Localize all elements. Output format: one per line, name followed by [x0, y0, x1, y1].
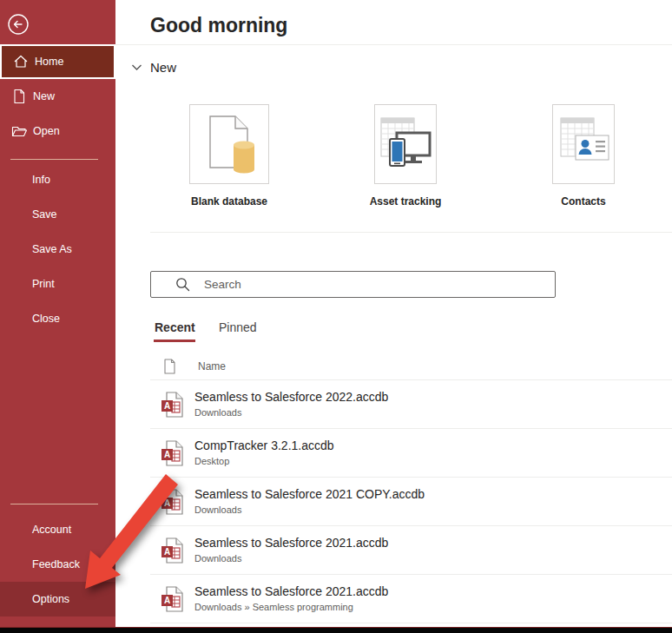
file-name: Seamless to Salesforce 2021.accdb — [194, 584, 388, 598]
document-icon — [163, 359, 176, 374]
new-section-label: New — [150, 60, 176, 75]
sidebar-item-home[interactable]: Home — [0, 44, 115, 79]
access-file-icon: A — [161, 440, 184, 466]
sidebar-item-feedback[interactable]: Feedback — [0, 547, 115, 582]
sidebar-item-new[interactable]: New — [0, 79, 115, 114]
svg-text:A: A — [164, 547, 170, 557]
home-icon — [13, 54, 29, 69]
window-bottom-edge — [0, 627, 672, 633]
sidebar-item-label: Open — [33, 125, 60, 137]
sidebar-item-open[interactable]: Open — [0, 114, 115, 148]
tab-pinned[interactable]: Pinned — [219, 320, 257, 334]
new-document-icon — [11, 89, 27, 104]
template-contacts[interactable] — [552, 104, 615, 184]
file-list-header: Name — [150, 354, 672, 380]
sidebar-item-save-as[interactable]: Save As — [0, 232, 115, 267]
access-file-icon: A — [161, 392, 184, 418]
file-location: Downloads — [194, 553, 241, 564]
active-tab-underline — [154, 340, 195, 342]
file-location: Desktop — [194, 456, 229, 466]
sidebar-divider — [10, 504, 98, 504]
access-file-icon: A — [161, 586, 184, 612]
sidebar-item-label: Home — [35, 56, 63, 68]
sidebar-item-close[interactable]: Close — [0, 301, 115, 336]
blank-database-icon — [201, 114, 258, 175]
access-backstage-window: Home New Open Info Save Save As — [0, 0, 672, 633]
sidebar-item-label: Close — [32, 313, 60, 325]
sidebar-item-print[interactable]: Print — [0, 267, 115, 301]
template-label: Blank database — [189, 195, 269, 208]
template-label: Asset tracking — [348, 195, 463, 208]
template-blank-database[interactable] — [189, 104, 269, 184]
chevron-down-icon[interactable] — [131, 63, 142, 71]
access-file-icon: A — [161, 489, 184, 515]
sidebar-item-label: Save As — [32, 243, 72, 255]
page-title: Good morning — [150, 14, 287, 37]
file-location: Downloads — [194, 504, 241, 515]
svg-text:A: A — [164, 450, 170, 459]
file-name: CompTracker 3.2.1.accdb — [194, 438, 334, 452]
asset-tracking-icon — [379, 115, 432, 173]
access-file-icon: A — [161, 537, 184, 564]
template-label: Contacts — [526, 195, 641, 208]
sidebar-item-label: Print — [32, 278, 55, 290]
sidebar-divider — [10, 159, 98, 160]
svg-text:A: A — [164, 596, 170, 605]
search-box[interactable] — [150, 271, 556, 298]
file-row[interactable]: A CompTracker 3.2.1.accdb Desktop — [150, 429, 672, 478]
search-input[interactable] — [204, 278, 534, 291]
sidebar-item-label: Options — [32, 593, 69, 605]
sidebar-item-label: Save — [32, 208, 57, 221]
file-row[interactable]: A Seamless to Salesforce 2022.accdb Down… — [150, 380, 672, 429]
column-header-name: Name — [198, 360, 226, 373]
back-button[interactable] — [7, 13, 30, 36]
template-asset-tracking[interactable] — [374, 104, 437, 184]
sidebar-item-options[interactable]: Options — [0, 582, 115, 617]
sidebar-item-label: New — [33, 90, 55, 102]
sidebar: Home New Open Info Save Save As — [0, 0, 115, 633]
tab-recent[interactable]: Recent — [155, 320, 195, 334]
file-row[interactable]: A Seamless to Salesforce 2021.accdb Down… — [150, 575, 672, 623]
title-divider — [115, 44, 672, 45]
sidebar-item-label: Feedback — [32, 558, 80, 570]
search-icon — [175, 277, 190, 292]
sidebar-item-account[interactable]: Account — [0, 512, 115, 547]
back-arrow-icon — [7, 13, 30, 36]
contacts-icon — [557, 115, 610, 173]
sidebar-item-label: Account — [32, 524, 71, 536]
open-folder-icon — [11, 123, 27, 139]
sidebar-item-save[interactable]: Save — [0, 197, 115, 232]
file-location: Downloads — [194, 407, 241, 418]
file-name: Seamless to Salesforce 2022.accdb — [194, 390, 388, 404]
section-divider — [150, 232, 672, 233]
file-name: Seamless to Salesforce 2021 COPY.accdb — [194, 487, 425, 501]
svg-text:A: A — [164, 498, 170, 508]
sidebar-item-info[interactable]: Info — [0, 162, 115, 197]
file-row[interactable]: A Seamless to Salesforce 2021 COPY.accdb… — [150, 478, 672, 526]
file-list: A Seamless to Salesforce 2022.accdb Down… — [150, 380, 672, 623]
svg-text:A: A — [164, 401, 170, 411]
file-row[interactable]: A Seamless to Salesforce 2021.accdb Down… — [150, 526, 672, 575]
file-location: Downloads » Seamless programming — [194, 602, 353, 612]
sidebar-item-label: Info — [32, 174, 50, 186]
file-name: Seamless to Salesforce 2021.accdb — [194, 536, 388, 550]
